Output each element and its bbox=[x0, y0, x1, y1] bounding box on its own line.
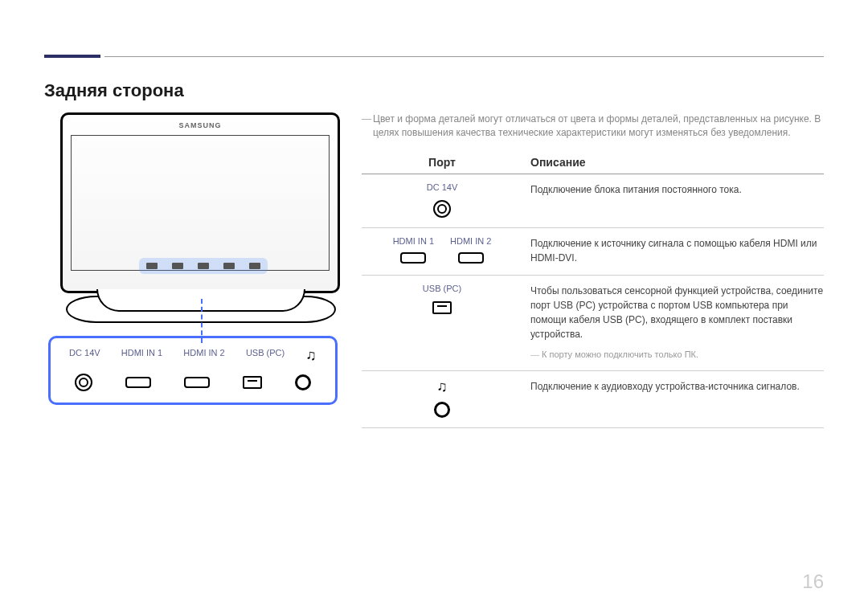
section-heading: Задняя сторона bbox=[44, 80, 184, 101]
port-desc: Подключение к источнику сигнала с помощь… bbox=[522, 236, 824, 265]
page-number: 16 bbox=[802, 570, 824, 593]
port-desc: Подключение блока питания постоянного то… bbox=[522, 182, 824, 218]
mini-port-icon bbox=[223, 263, 235, 269]
zoom-label-hdmi2: HDMI IN 2 bbox=[183, 348, 224, 362]
zoom-label-dc: DC 14V bbox=[69, 348, 100, 362]
description-panel: Цвет и форма деталей могут отличаться от… bbox=[362, 112, 824, 428]
table-row: HDMI IN 1 HDMI IN 2 Подключение к источн… bbox=[362, 228, 824, 276]
header-port: Порт bbox=[362, 156, 522, 169]
monitor-screen bbox=[71, 135, 330, 271]
zoom-label-hdmi1: HDMI IN 1 bbox=[121, 348, 162, 362]
table-row: DC 14V Подключение блока питания постоян… bbox=[362, 174, 824, 228]
port-zoom-panel: DC 14V HDMI IN 1 HDMI IN 2 USB (PC) ♫ bbox=[48, 336, 338, 405]
monitor-outline: SAMSUNG bbox=[60, 112, 340, 293]
monitor-brand: SAMSUNG bbox=[63, 121, 338, 129]
port-label: DC 14V bbox=[427, 182, 458, 192]
top-note: Цвет и форма деталей могут отличаться от… bbox=[362, 112, 824, 140]
hdmi-port-icon bbox=[400, 252, 426, 264]
header-desc: Описание bbox=[522, 156, 824, 169]
headphone-icon: ♫ bbox=[305, 348, 317, 362]
audio-port-icon bbox=[434, 402, 450, 418]
headphone-icon: ♫ bbox=[436, 379, 448, 394]
port-desc: Чтобы пользоваться сенсорной функцией ус… bbox=[530, 285, 823, 340]
hdmi-port-icon bbox=[184, 377, 210, 388]
port-desc: Подключение к аудиовходу устройства-исто… bbox=[522, 379, 824, 418]
table-row: USB (PC) Чтобы пользоваться сенсорной фу… bbox=[362, 276, 824, 372]
zoom-label-usb: USB (PC) bbox=[246, 348, 285, 362]
table-header: Порт Описание bbox=[362, 151, 824, 174]
port-label: HDMI IN 1 bbox=[393, 236, 434, 246]
mini-port-icon bbox=[249, 263, 260, 269]
port-label: USB (PC) bbox=[423, 284, 461, 293]
mini-port-icon bbox=[146, 263, 158, 269]
mini-port-icon bbox=[172, 263, 183, 269]
hdmi-port-icon bbox=[458, 252, 484, 264]
audio-port-icon bbox=[295, 374, 311, 390]
dc-port-icon bbox=[433, 200, 451, 218]
port-desc-sub: К порту можно подключить только ПК. bbox=[530, 348, 824, 362]
dc-port-icon bbox=[75, 374, 92, 391]
header-rule bbox=[104, 56, 824, 57]
header-accent bbox=[44, 55, 100, 58]
usb-port-icon bbox=[432, 301, 452, 314]
mini-port-icon bbox=[198, 263, 209, 269]
monitor-port-highlight bbox=[139, 258, 268, 274]
table-row: ♫ Подключение к аудиовходу устройства-ис… bbox=[362, 371, 824, 428]
usb-port-icon bbox=[243, 376, 262, 389]
hdmi-port-icon bbox=[125, 377, 151, 388]
monitor-diagram: SAMSUNG bbox=[60, 112, 342, 312]
port-label: HDMI IN 2 bbox=[450, 236, 491, 246]
